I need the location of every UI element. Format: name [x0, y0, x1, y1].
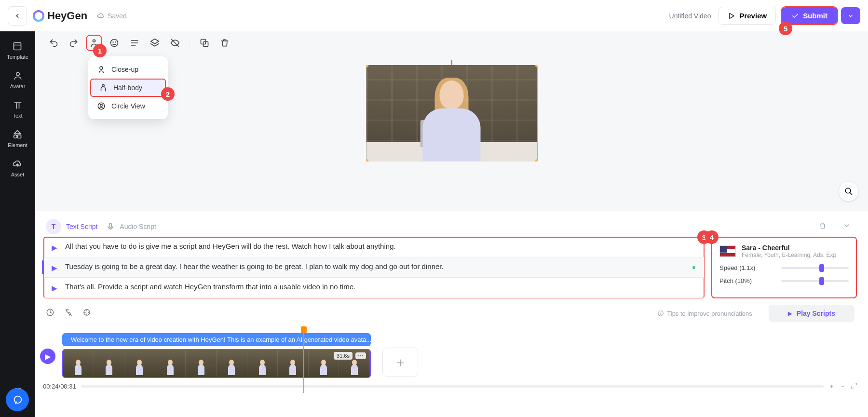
- resize-handle[interactable]: [535, 159, 537, 161]
- tab-audio-script[interactable]: Audio Script: [106, 222, 156, 231]
- canvas-area: 1 Close-up Half-body 2: [35, 31, 868, 211]
- sparkle-icon: [82, 308, 91, 317]
- pitch-slider[interactable]: [781, 280, 849, 282]
- svg-point-3: [16, 72, 19, 76]
- video-frame[interactable]: [366, 65, 537, 161]
- play-line-icon[interactable]: ▶: [52, 284, 58, 293]
- timeline-scrollbar[interactable]: [81, 385, 824, 388]
- chevron-left-icon: [14, 13, 21, 19]
- align-button[interactable]: [129, 37, 140, 49]
- tab-text-script[interactable]: T Text Script: [46, 219, 97, 234]
- voice-name[interactable]: Sara - Cheerful: [742, 244, 836, 252]
- timeline-clip[interactable]: 1 31.6s ⋯: [62, 349, 371, 378]
- cloud-upload-icon: [13, 159, 22, 169]
- timer-button[interactable]: [46, 308, 54, 319]
- sidebar-item-template[interactable]: Template: [7, 41, 28, 60]
- timeline-panel: ▶ Welcome to the new era of video creati…: [35, 329, 868, 417]
- callout-2: 2: [161, 87, 175, 101]
- avatar-view-button[interactable]: 1: [88, 37, 100, 49]
- timeline-playhead[interactable]: [303, 330, 304, 393]
- timeline-play-button[interactable]: ▶: [40, 349, 55, 364]
- zoom-button[interactable]: [839, 182, 858, 201]
- speed-label: Speed (1.1x): [719, 264, 755, 271]
- visibility-button[interactable]: [169, 37, 181, 49]
- circle-user-icon: [97, 102, 106, 110]
- script-panel: T Text Script Audio Script ▶ All that yo…: [35, 211, 868, 329]
- zoom-fit-button[interactable]: [851, 382, 857, 390]
- svg-marker-15: [151, 39, 159, 44]
- play-outline-icon: [728, 12, 735, 20]
- save-status: Saved: [97, 12, 127, 20]
- avatar-view-dropdown: Close-up Half-body 2 Circle View: [88, 56, 168, 119]
- submit-more-button[interactable]: [841, 7, 860, 24]
- status-dot: [692, 266, 695, 269]
- script-line[interactable]: ▶ All that you have to do is give me a s…: [44, 237, 704, 257]
- view-option-halfbody[interactable]: Half-body 2: [90, 79, 166, 97]
- chevron-down-icon: [843, 222, 851, 229]
- svg-marker-0: [730, 13, 734, 18]
- play-line-icon[interactable]: ▶: [52, 243, 58, 252]
- canvas-toolbar: 1: [48, 37, 231, 49]
- layers-button[interactable]: [149, 37, 161, 49]
- layers-icon: [150, 38, 160, 48]
- view-option-circle[interactable]: Circle View: [88, 97, 168, 115]
- svg-point-19: [100, 67, 103, 69]
- zoom-in-button[interactable]: ＋: [828, 382, 835, 390]
- video-title[interactable]: Untitled Video: [669, 12, 711, 20]
- copy-button[interactable]: [199, 37, 210, 49]
- support-chat-button[interactable]: [6, 388, 29, 411]
- trash-icon: [819, 222, 827, 229]
- callout-4: 4: [705, 230, 719, 244]
- play-line-icon[interactable]: ▶: [52, 264, 58, 272]
- script-delete-button[interactable]: [815, 220, 830, 233]
- svg-point-8: [93, 40, 95, 42]
- timeline-time: 00:24/00:31: [43, 383, 76, 390]
- resize-handle[interactable]: [366, 65, 368, 67]
- script-line[interactable]: ▶ Tuesday is going to be a great day. I …: [44, 257, 704, 278]
- play-scripts-button[interactable]: ▶ Play Scripts: [769, 305, 854, 322]
- undo-button[interactable]: [48, 37, 59, 49]
- svg-line-24: [850, 192, 852, 195]
- sidebar: Template Avatar Text Element Asset Prici…: [0, 31, 35, 417]
- avatar-icon: [13, 71, 23, 81]
- callout-1: 1: [93, 44, 107, 57]
- view-option-closeup[interactable]: Close-up: [88, 60, 168, 79]
- sidebar-item-asset[interactable]: Asset: [11, 159, 25, 177]
- clip-menu-button[interactable]: ⋯: [355, 352, 366, 359]
- translate-icon: [64, 308, 73, 317]
- back-button[interactable]: [8, 6, 27, 26]
- face-button[interactable]: [108, 37, 120, 49]
- zoom-out-button[interactable]: －: [840, 382, 846, 390]
- sidebar-item-avatar[interactable]: Avatar: [10, 70, 26, 89]
- eye-off-icon: [170, 38, 180, 48]
- pronunciation-tips[interactable]: Tips to improve pronunciations: [657, 310, 752, 317]
- preview-button[interactable]: Preview: [719, 7, 776, 25]
- voice-panel: 4 Sara - Cheerful Female, Youth, E-Learn…: [712, 237, 856, 298]
- speed-slider[interactable]: [781, 267, 849, 269]
- script-collapse-button[interactable]: [839, 220, 854, 233]
- svg-point-9: [111, 40, 118, 47]
- script-line[interactable]: ▶ That's all. Provide a script and watch…: [44, 278, 704, 298]
- translate-button[interactable]: [64, 308, 73, 319]
- magnify-icon: [844, 187, 853, 196]
- redo-button[interactable]: [68, 37, 80, 49]
- check-icon: [791, 12, 799, 20]
- person-half-icon: [99, 83, 108, 92]
- delete-button[interactable]: [219, 37, 231, 49]
- app-header: HeyGen Saved Untitled Video Preview Subm…: [0, 0, 868, 31]
- sidebar-item-element[interactable]: Element: [8, 129, 27, 148]
- timeline-caption[interactable]: Welcome to the new era of video creation…: [62, 333, 371, 346]
- resize-handle[interactable]: [535, 65, 537, 67]
- add-clip-button[interactable]: ＋: [382, 348, 418, 377]
- brand-name: HeyGen: [47, 10, 87, 22]
- script-lines: ▶ All that you have to do is give me a s…: [44, 237, 704, 298]
- undo-icon: [49, 38, 58, 48]
- align-icon: [130, 38, 139, 48]
- ai-button[interactable]: [82, 308, 91, 319]
- chat-icon: [12, 394, 23, 405]
- clock-icon: [46, 308, 54, 317]
- face-icon: [109, 38, 119, 48]
- sidebar-item-text[interactable]: Text: [13, 100, 23, 119]
- template-icon: [13, 41, 22, 51]
- submit-button[interactable]: Submit: [782, 7, 837, 24]
